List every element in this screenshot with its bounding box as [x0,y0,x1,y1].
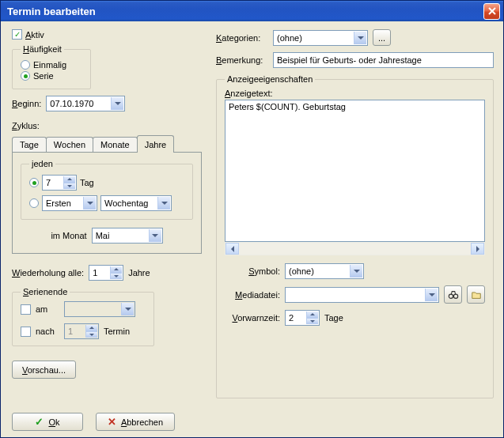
mediadatei-combo[interactable] [285,287,439,303]
chevron-down-icon[interactable] [111,97,123,110]
anzeigetext-label: Anzeigetext: [225,89,485,98]
aktiv-label: Aktiv [25,30,44,40]
spin-up-icon[interactable] [110,266,122,274]
zyklus-tabs: Tage Wochen Monate Jahre [12,135,202,152]
beginn-value: 07.10.1970 [50,99,93,108]
beginn-label: Beginn: [12,99,41,108]
kategorien-combo[interactable]: (ohne) [273,30,368,46]
serienende-am-label: am [36,304,59,314]
tab-wochen[interactable]: Wochen [46,137,93,152]
spin-up-icon[interactable] [85,325,97,332]
tab-jahre-body: jeden 7 Tag [12,152,202,254]
vorwarnzeit-label: Vorwarnzeit: [225,313,280,323]
haeufigkeit-legend: Häufigkeit [21,44,64,54]
window-title: Termin bearbeiten [7,6,483,17]
kategorien-value: (ohne) [277,33,302,43]
jeden-ordinal-radio[interactable] [29,198,39,208]
serie-radio[interactable] [21,71,30,81]
weekday-combo[interactable]: Wochentag [100,195,172,211]
anzeige-legend: Anzeigeeigenschaften [225,74,315,84]
serienende-am-checkbox[interactable] [21,304,31,315]
bemerkung-input[interactable] [273,52,494,68]
wiederholung-spinner[interactable]: 1 [89,265,123,281]
serienende-nach-label: nach [36,327,59,336]
weekday-value: Wochentag [104,198,148,208]
kategorien-more-button[interactable]: ... [373,29,391,46]
kategorien-label: Kategorien: [216,33,268,43]
dialog-buttons: ✓ Ok ✕ Abbrechen [12,405,494,431]
checkmark-icon: ✓ [35,416,44,428]
vorschau-label: Vorschau... [22,365,66,375]
ellipsis-label: ... [378,33,385,43]
einmalig-label: Einmalig [33,60,66,70]
chevron-down-icon[interactable] [83,197,96,210]
jeden-day-radio[interactable] [29,178,39,187]
chevron-down-icon[interactable] [149,229,161,242]
scroll-right-icon[interactable] [471,243,484,255]
serienende-nach-suffix: Termin [104,327,130,336]
tab-jahre[interactable]: Jahre [137,135,175,153]
haeufigkeit-group: Häufigkeit Einmalig Serie [12,44,91,89]
ok-label: Ok [48,417,59,427]
mediadatei-browse-button[interactable] [444,285,462,304]
anzeigetext-textarea[interactable]: Peters $(COUNT). Geburtstag [225,100,485,242]
svg-point-1 [453,294,457,298]
cross-icon: ✕ [108,416,116,428]
im-monat-label: im Monat [51,231,86,240]
jeden-day-value: 7 [46,178,51,187]
spin-up-icon[interactable] [306,312,318,319]
chevron-down-icon[interactable] [354,32,366,44]
serienende-group: Serienende am nach 1 [12,287,154,346]
jeden-group: jeden 7 Tag [21,159,193,220]
folder-icon [471,289,482,300]
ok-button[interactable]: ✓ Ok [12,413,83,431]
chevron-down-icon[interactable] [121,303,134,315]
vorschau-button[interactable]: Vorschau... [12,361,76,379]
vorwarnzeit-spinner[interactable]: 2 [285,310,320,326]
horizontal-scrollbar[interactable] [225,242,485,255]
cancel-button[interactable]: ✕ Abbrechen [96,413,175,431]
beginn-combo[interactable]: 07.10.1970 [46,96,125,111]
symbol-label: Symbol: [225,266,280,276]
chevron-down-icon[interactable] [157,197,170,210]
zyklus-label: Zyklus: [12,121,202,130]
spin-down-icon[interactable] [306,319,318,325]
symbol-value: (ohne) [289,266,314,276]
wiederholung-value: 1 [93,268,97,278]
close-icon [488,7,496,15]
symbol-combo[interactable]: (ohne) [285,263,364,279]
mediadatei-label: Mediadatei: [225,290,280,300]
scroll-left-icon[interactable] [225,243,239,255]
chevron-down-icon[interactable] [425,289,438,301]
scroll-track[interactable] [239,243,471,255]
vorwarnzeit-suffix: Tage [324,313,343,323]
tab-monate[interactable]: Monate [93,137,138,152]
einmalig-radio[interactable] [21,60,30,70]
spin-down-icon[interactable] [63,183,75,190]
spin-down-icon[interactable] [85,332,97,338]
spin-down-icon[interactable] [110,274,122,280]
serienende-legend: Serienende [21,287,70,296]
anzeigetext-value: Peters $(COUNT). Geburtstag [229,102,346,111]
aktiv-checkbox[interactable] [12,29,22,40]
ordinal-value: Ersten [46,198,71,208]
serienende-am-combo[interactable] [64,301,135,317]
serienende-nach-checkbox[interactable] [21,327,31,337]
jeden-day-spinner[interactable]: 7 [42,175,77,191]
ordinal-combo[interactable]: Ersten [42,195,97,211]
binoculars-icon [448,289,459,300]
serienende-nach-spinner[interactable]: 1 [64,323,99,339]
close-button[interactable] [483,3,500,20]
spin-up-icon[interactable] [63,176,75,183]
tab-tage[interactable]: Tage [12,137,47,152]
im-monat-combo[interactable]: Mai [92,228,163,244]
wiederholung-suffix: Jahre [128,268,150,278]
anzeige-group: Anzeigeeigenschaften Anzeigetext: Peters… [216,74,494,398]
wiederholung-label: Wiederholung alle: [12,268,84,278]
vorwarnzeit-value: 2 [289,313,294,323]
chevron-down-icon[interactable] [350,265,362,278]
serienende-nach-value: 1 [68,327,73,336]
mediadatei-open-button[interactable] [467,285,485,304]
cancel-label: Abbrechen [121,417,163,427]
im-monat-value: Mai [96,231,110,240]
